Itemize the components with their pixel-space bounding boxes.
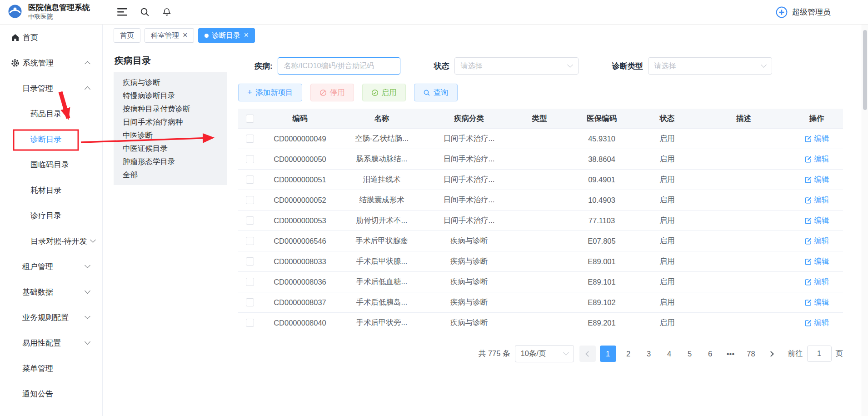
row-checkbox[interactable] [246,298,254,306]
sidebar-item-catalog-mgmt[interactable]: 目录管理 [0,75,102,101]
catalog-item[interactable]: 疾病与诊断 [114,76,227,89]
sidebar-item-system-mgmt[interactable]: 系统管理 [0,50,102,75]
active-dot-icon [205,34,209,38]
check-circle-icon [371,89,379,96]
sidebar-item-tenant-mgmt[interactable]: 租户管理 [0,254,102,279]
edit-button[interactable]: 编辑 [804,154,829,164]
pagination: 共 775 条 10条/页 123456•••78 前往 页 [238,345,843,362]
table-row: CD0000008040 手术后甲状旁... 疾病与诊断 E89.201 启用 … [238,313,843,333]
sidebar-item-drug-catalog[interactable]: 药品目录 [0,101,102,126]
status-select[interactable]: 请选择 [454,57,579,75]
cell-insurance-code: E89.101 [566,278,637,286]
catalog-item[interactable]: 特慢病诊断目录 [114,89,227,102]
edit-icon [804,258,812,266]
pagination-page-4[interactable]: 4 [661,346,678,362]
app-header: 医院信息管理系统 中联医院 超级管理员 [0,0,868,25]
disable-button[interactable]: 停用 [310,84,354,101]
sidebar-item-home[interactable]: 首页 [0,25,102,50]
pagination-prev-button[interactable] [579,346,596,362]
page-size-value: 10条/页 [521,349,546,359]
disease-filter-label: 疾病: [254,61,273,71]
cell-code: CD0000000049 [262,135,338,143]
row-checkbox[interactable] [246,216,254,225]
enable-button[interactable]: 启用 [362,84,406,101]
row-checkbox[interactable] [246,278,254,286]
app-title: 医院信息管理系统 [28,3,90,12]
tab-dept-mgmt[interactable]: 科室管理 × [145,28,194,43]
pagination-page-78[interactable]: 78 [743,346,759,362]
add-item-button[interactable]: + 添加新项目 [238,84,302,101]
pagination-next-button[interactable] [763,346,780,362]
tab-home[interactable]: 首页 × [114,28,140,43]
catalog-item[interactable]: 日间手术治疗病种 [114,115,227,129]
goto-page-input[interactable] [807,346,832,362]
search-icon[interactable] [140,7,150,17]
row-checkbox[interactable] [246,175,254,184]
row-checkbox[interactable] [246,135,254,143]
select-all-checkbox[interactable] [246,115,254,123]
edit-button[interactable]: 编辑 [804,318,829,328]
edit-button[interactable]: 编辑 [804,256,829,266]
cell-category: 疾病与诊断 [425,236,513,246]
edit-button[interactable]: 编辑 [804,175,829,185]
scrollbar[interactable] [862,25,868,416]
query-button[interactable]: 查询 [414,84,458,101]
row-checkbox[interactable] [246,237,254,245]
catalog-item[interactable]: 中医证候目录 [114,142,227,155]
cell-insurance-code: E89.201 [566,319,637,327]
sidebar-item-business-rules[interactable]: 业务规则配置 [0,305,102,330]
chevron-icon [85,86,90,92]
edit-button[interactable]: 编辑 [804,236,829,246]
tab-close-icon[interactable]: × [183,31,188,39]
pagination-page-5[interactable]: 5 [682,346,698,362]
menu-collapse-icon[interactable] [117,8,127,16]
table-header-row: 编码 名称 疾病分类 类型 医保编码 状态 描述 操作 [238,109,843,129]
edit-button[interactable]: 编辑 [804,216,829,226]
row-checkbox[interactable] [246,319,254,327]
pagination-page-3[interactable]: 3 [641,346,657,362]
sidebar-item-treatment-catalog[interactable]: 诊疗目录 [0,203,102,228]
sidebar-item-notice[interactable]: 通知公告 [0,381,102,406]
sidebar-item-usability-config[interactable]: 易用性配置 [0,330,102,356]
diagnosis-type-select[interactable]: 请选择 [648,57,772,75]
cell-category: 日间手术治疗... [425,154,513,164]
catalog-item[interactable]: 按病种目录付费诊断 [114,102,227,115]
row-checkbox[interactable] [246,257,254,266]
gear-icon [11,59,20,67]
row-checkbox[interactable] [246,155,254,163]
tab-diagnosis-catalog[interactable]: 诊断目录 × [198,28,255,43]
sidebar-item-national-code-catalog[interactable]: 国临码目录 [0,152,102,177]
sidebar-item-catalog-mapping[interactable]: 目录对照-待开发 [0,228,102,254]
sidebar-item-diagnosis-catalog[interactable]: 诊断目录 [0,126,102,152]
cell-name: 手术后低血糖... [338,277,425,287]
catalog-item[interactable]: 肿瘤形态学目录 [114,155,227,168]
sidebar-item-consumable-catalog[interactable]: 耗材目录 [0,177,102,203]
pagination-page-6[interactable]: 6 [702,346,718,362]
edit-icon [804,237,812,245]
sidebar-item-menu-mgmt[interactable]: 菜单管理 [0,356,102,381]
tab-bar: 首页 × 科室管理 × 诊断目录 × [103,25,868,47]
disease-search-input[interactable] [278,57,400,75]
hospital-name: 中联医院 [28,13,90,21]
pagination-page-1[interactable]: 1 [600,346,616,362]
tab-close-icon[interactable]: × [244,31,249,39]
catalog-item[interactable]: 中医诊断 [114,129,227,142]
row-checkbox[interactable] [246,196,254,204]
catalog-title: 疾病目录 [115,55,227,67]
cell-status: 启用 [637,277,697,287]
sidebar-item-basic-data[interactable]: 基础数据 [0,279,102,305]
edit-button[interactable]: 编辑 [804,277,829,287]
edit-button[interactable]: 编辑 [804,134,829,144]
catalog-item[interactable]: 全部 [114,168,227,181]
cell-category: 疾病与诊断 [425,297,513,307]
edit-button[interactable]: 编辑 [804,195,829,205]
edit-button[interactable]: 编辑 [804,297,829,307]
scrollbar-thumb[interactable] [863,30,867,110]
cell-code: CD0000008036 [262,278,338,286]
pagination-page-2[interactable]: 2 [620,346,637,362]
pagination-ellipsis[interactable]: ••• [723,346,739,362]
bell-icon[interactable] [162,7,171,17]
user-menu[interactable]: 超级管理员 [775,6,868,19]
query-label: 查询 [434,88,449,98]
page-size-select[interactable]: 10条/页 [515,345,574,362]
